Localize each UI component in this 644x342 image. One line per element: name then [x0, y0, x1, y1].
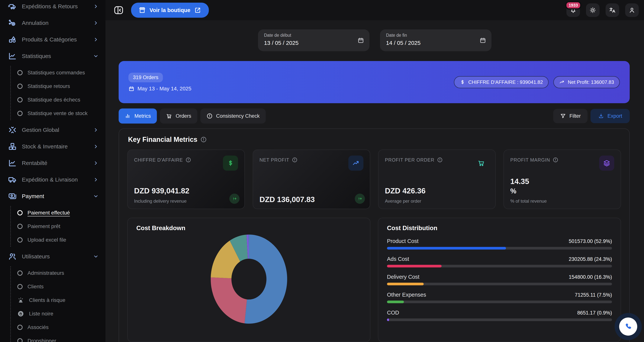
- bullet-icon: [17, 111, 22, 116]
- start-date-picker[interactable]: Date de début 13 / 05 / 2025: [258, 30, 370, 51]
- calendar-icon[interactable]: [358, 37, 364, 44]
- sidebar-subitem-clients[interactable]: Clients: [11, 280, 106, 294]
- sidebar-item-produits-cat-gories[interactable]: Produits & Catégories: [0, 31, 106, 48]
- metric-card-value: DZD 939,041.82: [134, 187, 238, 195]
- sidebar-subitem-label: Statistique des échecs: [28, 97, 80, 103]
- bar-chart-icon: [125, 113, 131, 119]
- info-icon[interactable]: [553, 157, 558, 163]
- sidebar-collapse-button[interactable]: [113, 4, 125, 16]
- sidebar-subitem-paiement-pr-t[interactable]: Paiement prêt: [11, 220, 106, 233]
- metric-card-value: DZD 136,007.83: [260, 195, 364, 204]
- metric-card-value: 14.35: [510, 177, 614, 186]
- donut-chart: [136, 232, 361, 327]
- info-icon[interactable]: [200, 136, 207, 143]
- profile-button[interactable]: [625, 4, 639, 17]
- sidebar-item-utilisateurs[interactable]: Utilisateurs: [0, 248, 106, 265]
- sidebar-subitem-clients-risque[interactable]: Clients à risque: [11, 294, 106, 307]
- info-icon[interactable]: [292, 157, 298, 163]
- trend-up-badge: ↑+: [355, 194, 365, 204]
- external-link-icon: [194, 6, 201, 14]
- sidebar-subitem-label: Statistique vente de stock: [28, 110, 88, 116]
- filter-button[interactable]: Filter: [553, 109, 588, 123]
- distribution-value: 71255.11 (7.5%): [575, 292, 612, 298]
- sidebar-subitem-label: Paiement prêt: [28, 223, 60, 230]
- content-area: Date de début 13 / 05 / 2025 Date de fin…: [106, 20, 644, 342]
- end-date-picker[interactable]: Date de fin 14 / 05 / 2025: [380, 30, 492, 51]
- sidebar-item-statistiques[interactable]: Statistiques: [0, 48, 106, 64]
- truck-icon: [8, 175, 17, 184]
- orders-count-badge: 319 Orders: [128, 73, 163, 82]
- sidebar-subitem-statistique-retours[interactable]: Statistique retours: [11, 80, 106, 93]
- summary-banner: 319 Orders May 13 - May 14, 2025 CHIFFRE…: [119, 61, 630, 103]
- tab-orders[interactable]: Orders: [160, 108, 197, 124]
- sidebar-item-label: Gestion Global: [22, 127, 88, 133]
- sidebar-subitem-label: Administrateurs: [28, 270, 64, 276]
- splitx-icon: [8, 126, 17, 134]
- sidebar-item-label: Rentabilté: [22, 160, 88, 166]
- end-date-value: 14 / 05 / 2025: [386, 40, 486, 46]
- distribution-label: Product Cost: [387, 238, 418, 244]
- sidebar-subitem-statistique-vente-de-stock[interactable]: Statistique vente de stock: [11, 106, 106, 120]
- notification-count-badge: 1933: [565, 1, 581, 10]
- sidebar-subitem-statistique-des-checs[interactable]: Statistique des échecs: [11, 93, 106, 106]
- distribution-row-other-expenses: Other Expenses71255.11 (7.5%): [387, 292, 612, 303]
- theme-toggle-button[interactable]: [586, 4, 600, 17]
- info-icon[interactable]: [437, 157, 443, 163]
- notifications-button[interactable]: 1933: [566, 4, 580, 17]
- sidebar-subgroup: Statistiques commandesStatistique retour…: [10, 66, 106, 120]
- progress-fill: [387, 300, 404, 303]
- sidebar-subitem-label: Statistiques commandes: [28, 70, 85, 76]
- sidebar-subitem-administrateurs[interactable]: Administrateurs: [11, 266, 106, 280]
- sidebar-item-label: Utilisateurs: [22, 253, 88, 260]
- translate-icon: [609, 6, 616, 14]
- revenue-badge[interactable]: CHIFFRE D'AFFAIRE : 939041.82: [454, 76, 549, 88]
- banner-right: CHIFFRE D'AFFAIRE : 939041.82 Net Profit…: [454, 76, 620, 88]
- distribution-label: Other Expenses: [387, 292, 426, 298]
- tab-metrics[interactable]: Metrics: [119, 108, 157, 124]
- sidebar-item-annulation[interactable]: Annulation: [0, 15, 106, 31]
- language-button[interactable]: [606, 4, 619, 17]
- calendar-icon: [128, 86, 134, 92]
- progress-track: [387, 283, 612, 285]
- sidebar-item-label: Annulation: [22, 20, 88, 26]
- sidebar-subitem-upload-excel-file[interactable]: Upload excel file: [11, 233, 106, 247]
- shapes-icon: [8, 35, 17, 44]
- calendar-icon[interactable]: [480, 37, 486, 44]
- tab-consistency-check[interactable]: Consistency Check: [200, 108, 266, 124]
- view-store-button[interactable]: Voir la boutique: [131, 3, 209, 18]
- sidebar-subitem-associ-s[interactable]: Associés: [11, 320, 106, 334]
- sidebar-item-gestion-global[interactable]: Gestion Global: [0, 122, 106, 138]
- sidebar-subitem-label: Clients à risque: [29, 297, 65, 303]
- net-profit-badge[interactable]: Net Profit: 136007.83: [553, 76, 620, 88]
- charts-row: Cost Breakdown Cost Distribution Product…: [127, 218, 621, 342]
- metric-card-profit-margin: PROFIT MARGIN14.35%% of total revenue: [504, 150, 621, 209]
- bullet-icon: [17, 224, 22, 229]
- metric-card-profit-per-order: PROFIT PER ORDERDZD 426.36Average per or…: [378, 150, 496, 209]
- bullet-icon: [17, 338, 22, 342]
- sidebar-item-rentabilt-[interactable]: Rentabilté: [0, 155, 106, 172]
- sidebar-subgroup: Paiement effectuéPaiement prêtUpload exc…: [10, 206, 106, 247]
- metric-cards-row: CHIFFRE D'AFFAIREDZD 939,041.82Including…: [127, 150, 621, 209]
- trending-up-icon: [559, 79, 565, 85]
- sidebar-subitem-paiement-effectu-[interactable]: Paiement effectué: [11, 206, 106, 220]
- sidebar-subitem-dropshipper[interactable]: Dropshipper: [11, 334, 106, 342]
- sidebar-item-stock-inventaire[interactable]: Stock & Inventaire: [0, 138, 106, 155]
- info-icon[interactable]: [186, 157, 191, 163]
- sidebar-subitem-liste-noire[interactable]: Liste noire: [11, 307, 106, 320]
- progress-fill: [387, 318, 389, 321]
- metric-card-label: CHIFFRE D'AFFAIRE: [134, 157, 183, 163]
- sidebar-item-exp-ditions-retours[interactable]: Expéditions & Retours: [0, 0, 106, 15]
- sidebar-item-payment[interactable]: Payment: [0, 188, 106, 204]
- sidebar-item-label: Statistiques: [22, 53, 88, 59]
- distribution-value: 8651.17 (0.9%): [577, 310, 612, 316]
- truckfast-icon: [8, 2, 17, 11]
- sidebar-subitem-statistiques-commandes[interactable]: Statistiques commandes: [11, 66, 106, 80]
- section-title-row: Key Financial Metrics: [128, 136, 621, 144]
- cost-distribution-card: Cost Distribution Product Cost501573.00 …: [378, 218, 621, 342]
- phone-support-fab[interactable]: [614, 313, 642, 340]
- net-profit-badge-text: Net Profit: 136007.83: [568, 79, 614, 85]
- sidebar-item-exp-dition-livraison[interactable]: Expédition & Livraison: [0, 172, 106, 188]
- tabs-row: Metrics Orders Consistency Check: [119, 108, 630, 124]
- export-button[interactable]: Export: [590, 109, 630, 123]
- bullet-icon: [17, 284, 22, 289]
